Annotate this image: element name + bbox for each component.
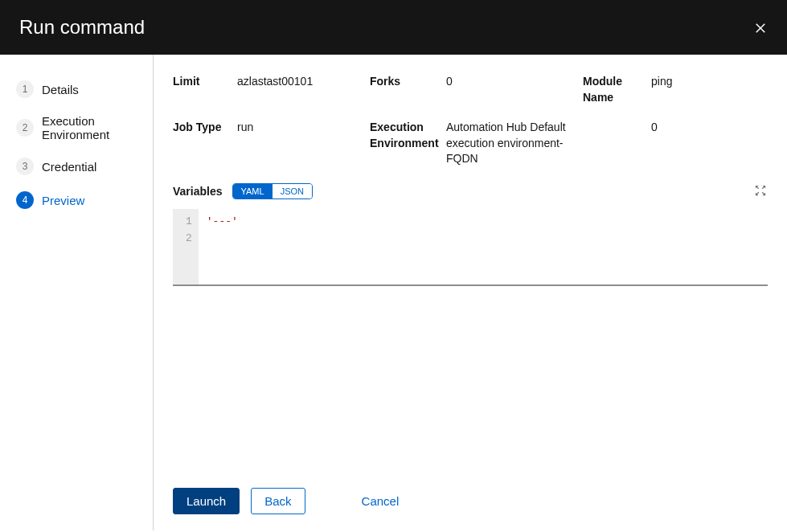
- format-toggle: YAML JSON: [232, 183, 313, 199]
- field-label: Job Type: [173, 120, 237, 136]
- step-preview[interactable]: 4 Preview: [16, 185, 140, 219]
- modal-body: 1 Details 2 Execution Environment 3 Cred…: [0, 55, 787, 530]
- field-value: 0: [446, 74, 453, 90]
- launch-button[interactable]: Launch: [173, 488, 240, 514]
- variables-header-left: Variables YAML JSON: [173, 183, 313, 199]
- modal-title: Run command: [19, 16, 145, 39]
- step-details[interactable]: 1 Details: [16, 74, 140, 108]
- step-number-icon: 4: [16, 191, 34, 209]
- field-module-name: Module Name ping: [583, 74, 768, 105]
- step-number-icon: 3: [16, 158, 34, 175]
- field-value: Automation Hub Default execution environ…: [446, 120, 575, 167]
- step-label: Credential: [42, 160, 96, 174]
- step-label: Details: [42, 83, 79, 96]
- field-value: ping: [651, 74, 672, 90]
- preview-content: Limit azlastast00101 Forks 0 Module Name…: [173, 74, 768, 472]
- toggle-yaml[interactable]: YAML: [233, 184, 273, 198]
- variables-label: Variables: [173, 185, 223, 198]
- step-label: Preview: [42, 194, 84, 207]
- field-value: run: [237, 120, 253, 136]
- step-credential[interactable]: 3 Credential: [16, 151, 140, 185]
- line-number: 1: [186, 214, 192, 231]
- field-forks: Forks 0: [370, 74, 575, 105]
- back-button[interactable]: Back: [251, 488, 305, 514]
- code-line: '---': [207, 215, 238, 227]
- field-label: Limit: [173, 74, 237, 90]
- cancel-button[interactable]: Cancel: [349, 489, 412, 514]
- info-row-1: Limit azlastast00101 Forks 0 Module Name…: [173, 74, 768, 105]
- variables-editor[interactable]: 1 2 '---': [173, 209, 768, 286]
- variables-header: Variables YAML JSON: [173, 183, 768, 199]
- wizard-footer: Launch Back Cancel: [173, 472, 768, 530]
- close-icon[interactable]: [753, 20, 768, 35]
- wizard-sidebar: 1 Details 2 Execution Environment 3 Cred…: [0, 55, 154, 530]
- field-limit: Limit azlastast00101: [173, 74, 362, 105]
- editor-content[interactable]: '---': [199, 209, 246, 284]
- field-label: Execution Environment: [370, 120, 446, 151]
- main-panel: Limit azlastast00101 Forks 0 Module Name…: [154, 55, 787, 530]
- field-label: Forks: [370, 74, 446, 90]
- field-label: Module Name: [583, 74, 651, 105]
- toggle-json[interactable]: JSON: [273, 184, 312, 198]
- field-job-type: Job Type run: [173, 120, 362, 167]
- line-number: 2: [186, 231, 192, 248]
- info-row-2: Job Type run Execution Environment Autom…: [173, 120, 768, 167]
- modal-header: Run command: [0, 0, 787, 55]
- field-verbosity: 0: [583, 120, 768, 167]
- expand-icon[interactable]: [755, 185, 768, 198]
- step-label: Execution Environment: [42, 114, 140, 141]
- step-execution-environment[interactable]: 2 Execution Environment: [16, 108, 140, 151]
- field-value: 0: [651, 120, 658, 136]
- field-execution-environment: Execution Environment Automation Hub Def…: [370, 120, 575, 167]
- field-value: azlastast00101: [237, 74, 313, 90]
- step-number-icon: 1: [16, 80, 34, 98]
- step-number-icon: 2: [16, 119, 34, 137]
- editor-gutter: 1 2: [173, 209, 199, 284]
